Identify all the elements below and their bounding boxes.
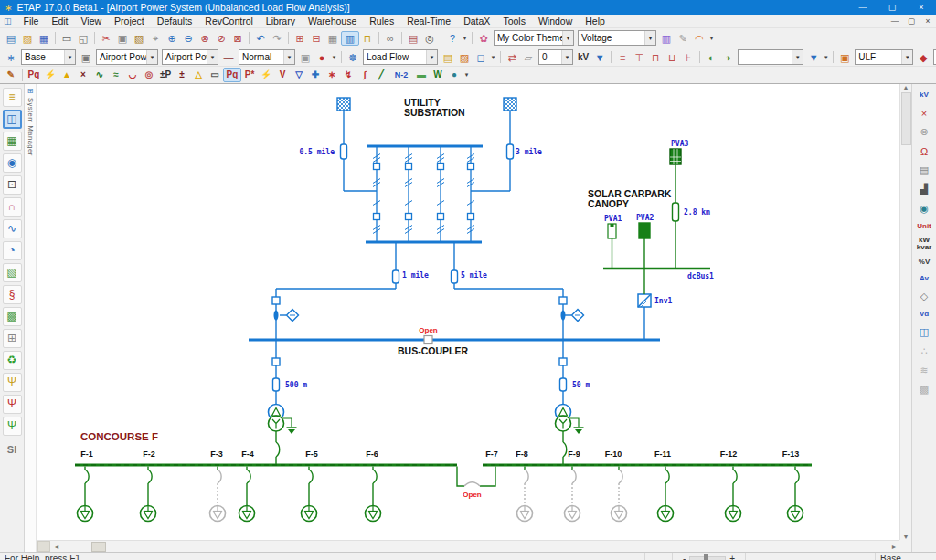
energy-storage-icon[interactable]: ▬ — [413, 68, 430, 82]
system-manager-tab[interactable]: ⊞ System Manager — [25, 84, 36, 156]
control-system-icon[interactable]: ⊡ — [3, 175, 22, 195]
dumpster-icon[interactable]: ♻ — [3, 351, 22, 370]
palette-icon[interactable]: ▥ — [658, 31, 675, 46]
gis-map-icon[interactable]: ▧ — [3, 263, 22, 282]
scroll-down-arrow[interactable]: ▼ — [903, 534, 909, 540]
panel-pq-icon[interactable]: ◫ — [915, 324, 934, 340]
gear-disabled-icon[interactable]: ∴ — [915, 343, 934, 359]
system-tree-icon[interactable]: Ψ — [3, 373, 22, 392]
undo-icon[interactable]: ↶ — [252, 31, 269, 46]
dropdown-caret[interactable]: ▾ — [463, 71, 471, 79]
dropdown-caret[interactable]: ▾ — [461, 35, 469, 42]
plot-selection-icon[interactable]: ▟ — [915, 182, 934, 197]
systems-view-icon[interactable]: ≡ — [3, 88, 22, 107]
underground-raceway-icon[interactable]: ▦ — [3, 132, 22, 151]
oneline-diagram-icon[interactable]: ◫ — [3, 110, 22, 129]
combo-caret[interactable]: ▾ — [283, 50, 294, 64]
voltage-stability-icon[interactable]: V — [274, 68, 291, 82]
combo-caret[interactable]: ▾ — [644, 31, 655, 45]
edit-mode-icon[interactable]: ✎ — [3, 68, 19, 82]
contingency-n2-icon[interactable]: N-2 — [389, 68, 413, 82]
zoom-window-icon[interactable]: ⊗ — [197, 31, 213, 46]
reliability-icon[interactable]: ▽ — [291, 68, 307, 82]
zoom-slider-thumb[interactable] — [704, 554, 708, 560]
format-painter-icon[interactable]: ✎ — [675, 31, 691, 46]
theme-colors-icon[interactable]: ✿ — [475, 31, 492, 46]
menu-warehouse[interactable]: Warehouse — [302, 16, 363, 26]
feeder-F-12[interactable]: F-12 — [720, 449, 741, 522]
eraser-icon[interactable]: ▱ — [520, 50, 537, 65]
configuration-combo[interactable]: Airport Power S▾ — [162, 49, 218, 65]
zoom-previous-icon[interactable]: ⊘ — [213, 31, 229, 46]
result-analyzer-icon[interactable]: ◻ — [473, 50, 489, 65]
zoom-out-button[interactable]: - — [683, 554, 686, 560]
motor-acceleration-icon[interactable]: × — [75, 68, 91, 82]
feeder-F-3[interactable]: F-3 — [210, 449, 226, 522]
close-button[interactable]: × — [907, 0, 936, 15]
combo-caret[interactable]: ▾ — [562, 31, 573, 45]
open-devices[interactable] — [424, 336, 480, 487]
menu-project[interactable]: Project — [108, 16, 151, 26]
mdi-restore-button[interactable]: ▢ — [903, 16, 920, 26]
minimize-button[interactable]: — — [848, 0, 878, 15]
fit-page-icon[interactable]: ⊠ — [229, 31, 246, 46]
feeder-F-8[interactable]: F-8 — [516, 449, 532, 522]
copy-icon[interactable]: ▣ — [114, 31, 131, 46]
display-options-icon[interactable]: kV — [915, 89, 934, 101]
sc-calculator-icon[interactable]: ⊞ — [3, 329, 22, 348]
gis-view-icon[interactable]: ▩ — [3, 307, 22, 326]
horizontal-scrollbar[interactable]: ◄ ► — [37, 540, 899, 552]
dropdown-caret[interactable]: ▾ — [707, 35, 716, 42]
loading-category-combo[interactable]: Normal▾ — [239, 49, 295, 65]
menu-view[interactable]: View — [75, 16, 109, 26]
menu-real-time[interactable]: Real-Time — [400, 16, 457, 26]
meter-display-icon[interactable]: ◉ — [915, 201, 934, 217]
dc-load-flow-icon[interactable]: ⚡ — [258, 68, 274, 82]
battery-discharge-icon[interactable]: ▭ — [207, 68, 223, 82]
sld-pin-icon[interactable]: ⊦ — [680, 50, 697, 65]
protection-curve-icon[interactable]: ∫ — [356, 68, 373, 82]
combo-caret[interactable]: ▾ — [64, 50, 75, 64]
data-check-icon[interactable]: ● — [314, 50, 330, 65]
hyperlink-icon[interactable]: ∞ — [382, 31, 399, 46]
sld-hanger1-icon[interactable]: ⊓ — [647, 50, 664, 65]
ruler-grid-icon[interactable]: ▦ — [324, 31, 341, 46]
sld-hanger2-icon[interactable]: ⊔ — [664, 50, 680, 65]
dropdown-caret[interactable]: ▾ — [330, 54, 338, 61]
study-view-combo[interactable]: ULF▾ — [855, 49, 913, 65]
zoom-in-button[interactable]: + — [729, 554, 735, 560]
short-circuit-icon[interactable]: ⚡ — [42, 68, 58, 82]
horizontal-scroll-thumb[interactable] — [91, 542, 106, 552]
print-preview-icon[interactable]: ◱ — [75, 31, 91, 46]
menu-file[interactable]: File — [17, 16, 46, 26]
continuity-check-icon[interactable]: ▥ — [341, 31, 359, 46]
feeder-F-11[interactable]: F-11 — [654, 449, 674, 522]
network-tree-icon[interactable]: Ψ — [3, 417, 22, 436]
menu-tools[interactable]: Tools — [496, 16, 532, 26]
percent-v-toggle[interactable]: %V — [915, 256, 934, 269]
vertical-scroll-thumb[interactable] — [901, 92, 911, 145]
annotation-combo[interactable]: ▾ — [738, 49, 803, 65]
combo-caret[interactable]: ▾ — [901, 50, 912, 64]
kw-kvar-toggle[interactable]: kW kvar — [915, 237, 934, 252]
optimal-switching-icon[interactable]: ✚ — [307, 68, 324, 82]
sld-align2-icon[interactable]: ⊤ — [631, 50, 647, 65]
menu-rules[interactable]: Rules — [363, 16, 400, 26]
dropdown-caret[interactable]: ▾ — [822, 54, 830, 61]
arc-flash-icon[interactable]: ▲ — [58, 68, 75, 82]
substation-branches[interactable] — [373, 146, 474, 242]
menu-library[interactable]: Library — [260, 16, 302, 26]
menu-revcontrol[interactable]: RevControl — [198, 16, 260, 26]
maximize-button[interactable]: ▢ — [878, 0, 907, 15]
unlock-icon[interactable]: ⊓ — [359, 31, 376, 46]
sld-align1-icon[interactable]: ≡ — [614, 50, 631, 65]
feeder-F-2[interactable]: F-2 — [141, 449, 156, 522]
apply-kv-icon[interactable]: ▼ — [591, 50, 608, 65]
mdi-minimize-button[interactable]: — — [887, 16, 903, 26]
unit-toggle[interactable]: Unit — [915, 220, 934, 233]
menu-datax[interactable]: DataX — [457, 16, 496, 26]
base-data-icon[interactable]: ∗ — [3, 50, 19, 65]
globe-icon[interactable]: ● — [446, 68, 463, 82]
scroll-left-arrow[interactable]: ◄ — [51, 544, 62, 550]
dashboard-icon[interactable]: ◔ — [3, 241, 22, 260]
